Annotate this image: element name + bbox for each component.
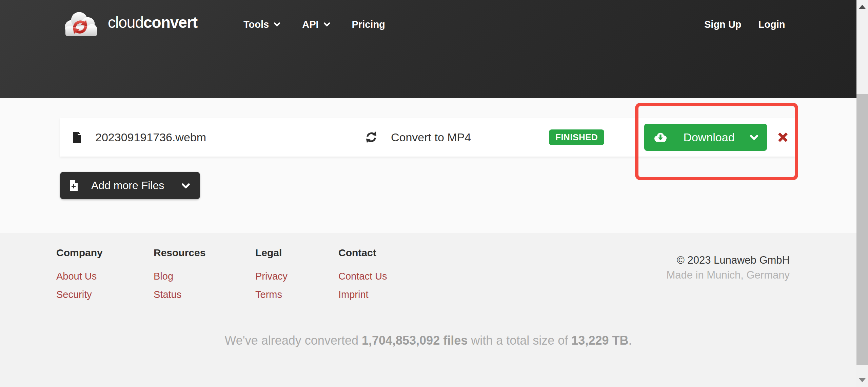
chevron-down-icon [750,133,758,141]
footer-column-resources: Resources Blog Status [154,247,205,304]
footer-link-security[interactable]: Security [56,285,103,304]
auth-nav: Sign Up Login [704,17,785,32]
footer-link-about-us[interactable]: About Us [56,267,103,285]
footer-link-terms[interactable]: Terms [255,285,288,304]
scrollbar-thumb[interactable] [856,94,868,365]
convert-action-label: Convert to MP4 [391,131,471,144]
download-label: Download [668,131,750,144]
footer: Company About Us Security Resources Blog… [0,233,856,387]
chevron-down-icon [323,21,331,28]
login-link[interactable]: Login [758,19,785,30]
add-more-files-button[interactable]: Add more Files [60,172,200,199]
chevron-down-icon [182,182,190,190]
footer-column-contact: Contact Contact Us Imprint [338,247,387,304]
header: cloudconvert Tools API Pricing Sign Up L… [0,0,856,98]
add-more-files-label: Add more Files [91,179,164,192]
footer-column-company: Company About Us Security [56,247,103,304]
footer-copyright: © 2023 Lunaweb GmbH Made in Munich, Germ… [666,253,790,283]
x-icon [778,132,788,142]
footer-column-title: Contact [338,247,387,259]
file-plus-icon [70,180,78,191]
cloud-download-icon [653,132,668,143]
download-button[interactable]: Download [644,124,767,151]
footer-column-title: Company [56,247,103,259]
total-size: 13,229 TB [571,333,628,347]
footer-link-blog[interactable]: Blog [154,267,205,285]
nav-pricing[interactable]: Pricing [352,19,385,30]
footer-column-title: Legal [255,247,288,259]
footer-link-status[interactable]: Status [154,285,205,304]
vertical-scrollbar[interactable] [856,0,868,387]
file-icon [73,132,81,143]
footer-column-legal: Legal Privacy Terms [255,247,288,304]
made-in-text: Made in Munich, Germany [666,268,790,283]
footer-link-contact-us[interactable]: Contact Us [338,267,387,285]
nav-api[interactable]: API [302,19,330,30]
sync-arrows-icon [365,131,378,144]
signup-link[interactable]: Sign Up [704,19,742,30]
conversion-stats: We've already converted 1,704,853,092 fi… [55,333,801,348]
copyright-text: © 2023 Lunaweb GmbH [666,253,790,268]
footer-column-title: Resources [154,247,205,259]
status-badge: FINISHED [549,129,604,145]
footer-link-privacy[interactable]: Privacy [255,267,288,285]
remove-file-button[interactable] [775,130,790,145]
cloud-sync-logo-icon [63,7,98,37]
scrollbar-down-arrow[interactable] [859,378,866,382]
footer-link-imprint[interactable]: Imprint [338,285,387,304]
chevron-down-icon [273,21,281,28]
scrollbar-up-arrow[interactable] [859,5,866,9]
files-count: 1,704,853,092 files [362,333,468,347]
brand-name: cloudconvert [108,13,197,32]
brand-logo[interactable]: cloudconvert [63,7,197,37]
file-name: 202309191736.webm [95,131,206,144]
nav-tools[interactable]: Tools [243,19,281,30]
main-nav: Tools API Pricing [243,17,385,32]
file-row: 202309191736.webm Convert to MP4 FINISHE… [60,118,795,157]
